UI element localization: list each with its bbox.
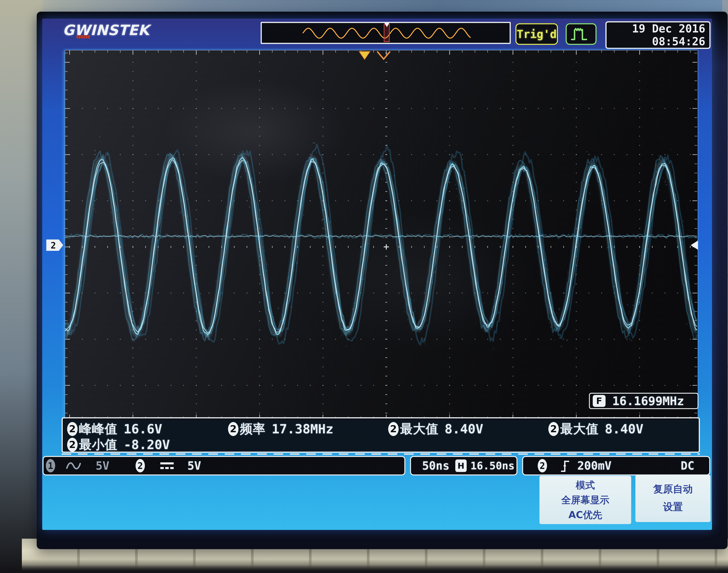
trigger-source: 2	[538, 457, 547, 474]
channel-status-segment: 1 5V 2 5V	[43, 456, 405, 475]
ch2-scale: 5V	[188, 457, 201, 474]
timebase-scale: 50ns	[422, 457, 450, 474]
photo-stage: GWINSTEK Trig'd 19 Dec 2016 08:54:26 2	[0, 0, 728, 573]
rising-edge-icon	[560, 458, 571, 473]
menu-mode-button[interactable]: 模式 全屏幕显示 AC优先	[539, 476, 631, 524]
background-wall	[0, 0, 42, 573]
menu-mode-line3: AC优先	[539, 508, 631, 522]
datetime-box: 19 Dec 2016 08:54:26	[606, 21, 711, 49]
timebase-segment: 50ns H 16.50ns	[410, 456, 517, 475]
trigger-segment: 2 200mV DC	[522, 456, 710, 475]
channel-chip: 2	[67, 422, 77, 436]
menu-mode-line2: 全屏幕显示	[539, 492, 631, 508]
trigger-edge	[560, 457, 571, 474]
trigger-level-text: 200mV	[577, 459, 612, 472]
trigger-source-chip: 2	[538, 459, 547, 472]
ch1-scale: 5V	[96, 457, 109, 474]
trigger-coupling-text: DC	[681, 459, 694, 472]
trigger-status-text: Trig'd	[517, 28, 557, 41]
ch1-coupling	[66, 457, 82, 474]
measurement-frequency: 2 频率 17.38MHz	[228, 420, 333, 437]
measurement-value: 16.6V	[123, 421, 162, 436]
measurement-min: 2 最小值 -8.20V	[67, 436, 170, 453]
measurement-max-1: 2 最大值 8.40V	[388, 420, 483, 437]
separator-dashed-line	[62, 453, 700, 455]
pulse-noise-icon	[570, 26, 592, 42]
channel-chip: 2	[388, 422, 399, 436]
frequency-counter-badge: F	[593, 395, 606, 407]
measurement-label: 频率	[240, 420, 266, 437]
ch2-indicator: 2	[136, 457, 145, 474]
menu-mode-line1: 模式	[539, 478, 631, 492]
waveform-plot	[65, 50, 697, 419]
waveform-display-area	[65, 50, 698, 420]
h-badge: H	[455, 460, 467, 472]
horizontal-position-preview	[261, 22, 511, 44]
timebase-scale-text: 50ns	[422, 459, 450, 472]
measurement-bar: 2 峰峰值 16.6V 2 频率 17.38MHz 2 最大值 8.40V 2 …	[62, 417, 700, 453]
horizontal-badge: H	[455, 457, 467, 474]
ch2-chip: 2	[136, 459, 145, 472]
timebase-position: 16.50ns	[470, 457, 515, 474]
menu-autoset-line2: 设置	[635, 498, 711, 516]
measurement-max-2: 2 最大值 8.40V	[548, 420, 643, 437]
frequency-counter-box: F 16.1699MHz	[589, 393, 698, 409]
time-text: 08:54:26	[652, 35, 705, 48]
measurement-value: -8.20V	[123, 437, 170, 452]
brand-instek: INSTEK	[91, 22, 149, 39]
oscilloscope-screen: GWINSTEK Trig'd 19 Dec 2016 08:54:26 2	[42, 19, 712, 530]
ch1-chip: 1	[46, 459, 55, 472]
preview-waveform-icon	[262, 23, 510, 43]
measurement-label: 最小值	[79, 436, 117, 453]
measurement-label: 峰峰值	[79, 420, 117, 437]
measurement-value: 8.40V	[445, 421, 483, 436]
frequency-counter-value: 16.1699MHz	[612, 394, 684, 408]
timebase-position-text: 16.50ns	[470, 460, 515, 472]
svg-text:2: 2	[51, 240, 56, 251]
ch2-scale-text: 5V	[188, 459, 201, 472]
ac-sine-icon	[66, 461, 82, 471]
trigger-level-marker	[690, 240, 698, 250]
channel-chip: 2	[548, 422, 559, 436]
trigger-level: 200mV	[577, 457, 612, 474]
trigger-status-badge: Trig'd	[515, 23, 558, 45]
measurement-label: 最大值	[400, 420, 438, 437]
date-text: 19 Dec 2016	[632, 22, 705, 35]
ch2-coupling	[159, 457, 174, 474]
channel-chip: 2	[67, 438, 77, 452]
brand-logo: GWINSTEK	[63, 22, 149, 39]
measurement-value: 8.40V	[605, 421, 643, 436]
ch1-indicator: 1	[46, 457, 55, 474]
menu-autoset-line1: 复原自动	[635, 480, 711, 498]
brand-red-bar	[76, 35, 90, 39]
measurement-vpp: 2 峰峰值 16.6V	[67, 420, 162, 437]
menu-autoset-button[interactable]: 复原自动 设置	[635, 475, 711, 522]
measurement-value: 17.38MHz	[272, 421, 333, 436]
measurement-label: 最大值	[560, 420, 599, 437]
trigger-coupling: DC	[681, 457, 694, 474]
channel-chip: 2	[228, 422, 239, 436]
acquisition-mode-badge	[566, 23, 596, 45]
channel2-ground-marker: 2	[46, 240, 63, 251]
shadow-strip	[0, 565, 728, 573]
dc-icon	[159, 461, 174, 471]
ch1-scale-text: 5V	[96, 459, 109, 472]
